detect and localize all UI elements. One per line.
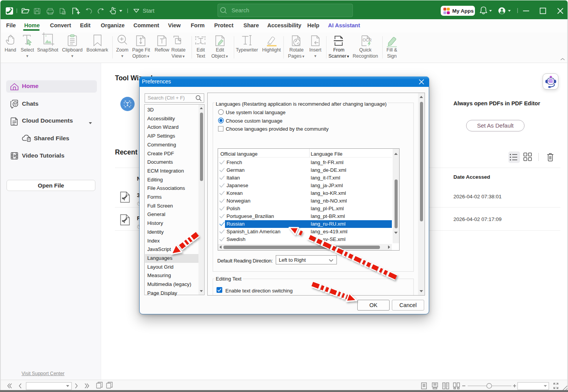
svg-text:Start: Start (143, 8, 155, 14)
svg-text:Search: Search (232, 7, 249, 13)
svg-text:My Apps: My Apps (452, 8, 474, 14)
